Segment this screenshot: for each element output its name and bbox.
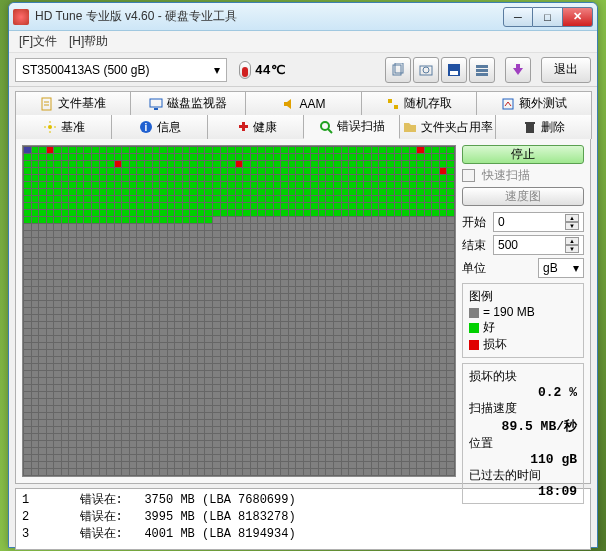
tab-额外测试[interactable]: 额外测试 xyxy=(476,91,592,115)
benchmark-icon xyxy=(43,120,57,134)
down-button[interactable] xyxy=(505,57,531,83)
svg-rect-12 xyxy=(154,108,158,110)
quickscan-checkbox[interactable] xyxy=(462,169,475,182)
drive-select[interactable]: ST3500413AS (500 gB) ▾ xyxy=(15,58,227,82)
window-title: HD Tune 专业版 v4.60 - 硬盘专业工具 xyxy=(35,8,503,25)
tab-AAM[interactable]: AAM xyxy=(245,91,361,115)
stop-button[interactable]: 停止 xyxy=(462,145,584,164)
damaged-value: 0.2 % xyxy=(469,385,577,400)
tab-健康[interactable]: 健康 xyxy=(207,115,304,139)
copy-button[interactable] xyxy=(385,57,411,83)
pos-value: 110 gB xyxy=(469,452,577,467)
toolbar-buttons-2 xyxy=(505,57,531,83)
tab-文件夹占用率[interactable]: 文件夹占用率 xyxy=(399,115,496,139)
elapsed-value: 18:09 xyxy=(469,484,577,499)
extra-icon xyxy=(501,97,515,111)
menubar: [F]文件 [H]帮助 xyxy=(9,31,597,53)
folder-icon xyxy=(403,120,417,134)
maximize-button[interactable]: □ xyxy=(533,7,563,27)
start-row: 开始 0▲▼ xyxy=(462,212,584,232)
pos-label: 位置 xyxy=(469,435,577,452)
tab-错误扫描[interactable]: 错误扫描 xyxy=(303,115,400,139)
settings-button[interactable] xyxy=(469,57,495,83)
legend-title: 图例 xyxy=(469,288,577,305)
window-controls: ─ □ ✕ xyxy=(503,7,593,27)
app-window: HD Tune 专业版 v4.60 - 硬盘专业工具 ─ □ ✕ [F]文件 [… xyxy=(8,2,598,548)
random-icon xyxy=(386,97,400,111)
tabs: 文件基准磁盘监视器AAM随机存取额外测试 基准i信息健康错误扫描文件夹占用率删除 xyxy=(9,87,597,139)
damaged-label: 损坏的块 xyxy=(469,368,577,385)
svg-rect-9 xyxy=(516,64,520,69)
end-label: 结束 xyxy=(462,237,490,254)
menu-file[interactable]: [F]文件 xyxy=(19,33,57,50)
tab-row-1: 文件基准磁盘监视器AAM随机存取额外测试 xyxy=(15,91,591,115)
start-input[interactable]: 0▲▼ xyxy=(493,212,584,232)
info-icon: i xyxy=(139,120,153,134)
svg-rect-15 xyxy=(503,99,513,109)
dropdown-icon: ▾ xyxy=(573,261,579,275)
tab-磁盘监视器[interactable]: 磁盘监视器 xyxy=(130,91,246,115)
unit-select[interactable]: gB▾ xyxy=(538,258,584,278)
close-button[interactable]: ✕ xyxy=(563,7,593,27)
error-scan-icon xyxy=(319,120,333,134)
temperature-value: 44℃ xyxy=(255,62,286,78)
side-panel: 停止 快速扫描 速度图 开始 0▲▼ 结束 500▲▼ 单位 gB▾ 图例 xyxy=(462,145,584,477)
stats-fieldset: 损坏的块 0.2 % 扫描速度 89.5 MB/秒 位置 110 gB 已过去的… xyxy=(462,363,584,504)
health-icon xyxy=(235,120,249,134)
tab-随机存取[interactable]: 随机存取 xyxy=(361,91,477,115)
tab-row-2: 基准i信息健康错误扫描文件夹占用率删除 xyxy=(15,115,591,139)
svg-rect-7 xyxy=(476,69,488,72)
speaker-icon xyxy=(282,97,296,111)
toolbar-buttons-3: 退出 xyxy=(541,57,591,83)
legend-block-icon xyxy=(469,308,479,318)
block-map xyxy=(22,145,456,477)
quickscan-row: 快速扫描 xyxy=(462,167,584,184)
app-icon xyxy=(13,9,29,25)
dropdown-icon: ▾ xyxy=(214,63,220,77)
svg-rect-20 xyxy=(525,122,535,124)
tab-删除[interactable]: 删除 xyxy=(495,115,592,139)
legend-bad-icon xyxy=(469,340,479,350)
legend-fieldset: 图例 = 190 MB 好 损坏 xyxy=(462,283,584,358)
screenshot-button[interactable] xyxy=(413,57,439,83)
toolbar-buttons xyxy=(385,57,495,83)
tab-文件基准[interactable]: 文件基准 xyxy=(15,91,131,115)
svg-text:i: i xyxy=(144,122,147,133)
start-label: 开始 xyxy=(462,214,490,231)
speedmap-button[interactable]: 速度图 xyxy=(462,187,584,206)
svg-rect-5 xyxy=(450,71,458,75)
spin-down-icon: ▼ xyxy=(565,222,579,230)
minimize-button[interactable]: ─ xyxy=(503,7,533,27)
quickscan-label: 快速扫描 xyxy=(482,167,530,184)
toolbar: ST3500413AS (500 gB) ▾ 44℃ 退出 xyxy=(9,53,597,87)
svg-rect-10 xyxy=(42,98,51,110)
svg-point-3 xyxy=(423,67,429,73)
menu-help[interactable]: [H]帮助 xyxy=(69,33,108,50)
unit-label: 单位 xyxy=(462,260,490,277)
svg-rect-13 xyxy=(388,99,392,103)
legend-good-icon xyxy=(469,323,479,333)
spin-up-icon: ▲ xyxy=(565,214,579,222)
svg-point-16 xyxy=(48,125,52,129)
thermometer-icon xyxy=(239,61,251,79)
speed-value: 89.5 MB/秒 xyxy=(469,417,577,435)
titlebar[interactable]: HD Tune 专业版 v4.60 - 硬盘专业工具 ─ □ ✕ xyxy=(9,3,597,31)
svg-rect-14 xyxy=(394,105,398,109)
exit-button[interactable]: 退出 xyxy=(541,57,591,83)
end-input[interactable]: 500▲▼ xyxy=(493,235,584,255)
end-row: 结束 500▲▼ xyxy=(462,235,584,255)
temperature: 44℃ xyxy=(239,61,286,79)
scan-panel: 停止 快速扫描 速度图 开始 0▲▼ 结束 500▲▼ 单位 gB▾ 图例 xyxy=(15,138,591,484)
file-benchmark-icon xyxy=(40,97,54,111)
svg-rect-11 xyxy=(150,99,162,107)
drive-select-value: ST3500413AS (500 gB) xyxy=(22,63,149,77)
speed-label: 扫描速度 xyxy=(469,400,577,417)
svg-rect-6 xyxy=(476,65,488,68)
svg-point-19 xyxy=(321,122,329,130)
unit-row: 单位 gB▾ xyxy=(462,258,584,278)
tab-信息[interactable]: i信息 xyxy=(111,115,208,139)
tab-基准[interactable]: 基准 xyxy=(15,115,112,139)
monitor-icon xyxy=(149,97,163,111)
save-button[interactable] xyxy=(441,57,467,83)
svg-rect-8 xyxy=(476,73,488,76)
